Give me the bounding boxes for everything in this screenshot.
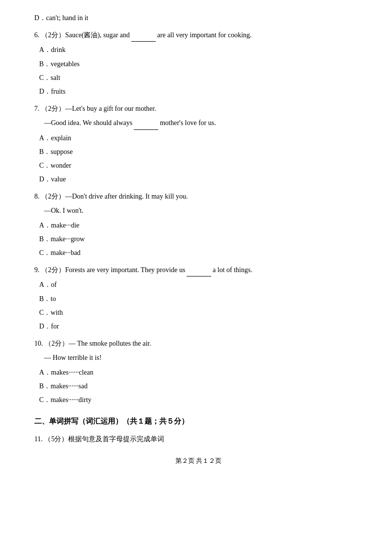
q7-line2-prefix: —Good idea. We should always — [44, 117, 132, 129]
question-7-line2: —Good idea. We should always mother's lo… — [34, 117, 363, 129]
q7-number: 7. — [34, 102, 40, 115]
question-8-line2: —Ok. I won't. — [34, 204, 363, 217]
q6-option-b-text: B．vegetables — [39, 58, 79, 70]
page-footer: 第２页 共１２页 — [34, 455, 363, 466]
q10-option-a-text: A．makes······clean — [39, 366, 93, 378]
q6-option-d: D．fruits — [34, 85, 363, 98]
q9-option-a-text: A．of — [39, 278, 57, 291]
q8-option-a: A．make···die — [34, 219, 363, 231]
q11-text: 根据句意及首字母提示完成单词 — [68, 433, 164, 445]
question-10-line2: — How terrible it is! — [34, 352, 363, 364]
q6-text2: are all very important for cooking. — [157, 29, 252, 41]
question-11: 11. （5分） 根据句意及首字母提示完成单词 — [34, 433, 363, 445]
q6-option-a-text: A．drink — [39, 44, 66, 56]
question-10-line1: 10. （2分） — The smoke pollutes the air. — [34, 337, 363, 350]
q8-option-a-text: A．make···die — [39, 219, 79, 231]
q10-line2: — How terrible it is! — [44, 352, 101, 364]
q7-blank — [134, 117, 158, 129]
q9-option-c-text: C．with — [39, 306, 63, 319]
q7-option-c-text: C．wonder — [39, 159, 71, 172]
q10-option-c-text: C．makes······dirty — [39, 394, 92, 406]
q10-option-c: C．makes······dirty — [34, 394, 363, 406]
question-8-line1: 8. （2分） —Don't drive after drinking. It … — [34, 190, 363, 202]
q9-blank — [187, 264, 211, 277]
q10-line1: — The smoke pollutes the air. — [69, 337, 151, 350]
q7-option-d: D．value — [34, 173, 363, 185]
q9-option-c: C．with — [34, 306, 363, 319]
q9-option-b: B．to — [34, 293, 363, 305]
q8-number: 8. — [34, 190, 40, 202]
q7-option-d-text: D．value — [39, 173, 66, 185]
q7-points: （2分） — [41, 102, 65, 115]
q6-number: 6. — [34, 29, 40, 41]
q11-points: （5分） — [44, 433, 68, 445]
q7-option-c: C．wonder — [34, 159, 363, 172]
q8-option-b: B．make···grow — [34, 233, 363, 245]
q11-number: 11. — [34, 433, 43, 445]
q6-option-b: B．vegetables — [34, 58, 363, 70]
q7-line2-suffix: mother's love for us. — [160, 117, 216, 129]
q7-option-a: A．explain — [34, 132, 363, 144]
q6-option-c: C．salt — [34, 72, 363, 84]
q9-option-a: A．of — [34, 278, 363, 291]
q6-option-d-text: D．fruits — [39, 85, 66, 98]
q9-option-d: D．for — [34, 320, 363, 332]
q10-option-a: A．makes······clean — [34, 366, 363, 378]
q8-line1: —Don't drive after drinking. It may kill… — [65, 190, 188, 202]
q8-line2: —Ok. I won't. — [44, 204, 83, 217]
section-2-header: 二、 单词拼写（词汇运用）（共１题；共５分） — [34, 415, 363, 428]
q6-points: （2分） — [41, 29, 65, 41]
question-9: 9. （2分） Forests are very important. They… — [34, 264, 363, 277]
q7-option-b: B．suppose — [34, 146, 363, 158]
q9-points: （2分） — [41, 264, 65, 276]
q10-points: （2分） — [45, 337, 69, 350]
footer-text: 第２页 共１２页 — [175, 457, 221, 464]
q10-number: 10. — [34, 337, 43, 350]
q7-option-a-text: A．explain — [39, 132, 71, 144]
q6-text: Sauce(酱油), sugar and — [65, 29, 130, 41]
q6-option-a: A．drink — [34, 44, 363, 56]
q7-line1: —Let's buy a gift for our mother. — [65, 102, 156, 115]
q9-text: Forests are very important. They provide… — [65, 264, 185, 276]
q8-option-c-text: C．make···bad — [39, 247, 80, 259]
q8-option-c: C．make···bad — [34, 247, 363, 259]
prev-option-d: D．can't; hand in it — [34, 12, 363, 24]
q9-option-b-text: B．to — [39, 293, 56, 305]
section-2-number: 二、 — [34, 415, 49, 428]
q6-option-c-text: C．salt — [39, 72, 60, 84]
question-6: 6. （2分） Sauce(酱油), sugar and are all ver… — [34, 29, 363, 42]
q9-number: 9. — [34, 264, 40, 276]
q8-option-b-text: B．make···grow — [39, 233, 85, 245]
q10-option-b: B．makes······sad — [34, 380, 363, 392]
q9-option-d-text: D．for — [39, 320, 59, 332]
q8-points: （2分） — [41, 190, 65, 202]
prev-option-d-text: D．can't; hand in it — [34, 12, 88, 24]
q6-blank — [131, 29, 156, 42]
q9-text2: a lot of things. — [213, 264, 252, 276]
q7-option-b-text: B．suppose — [39, 146, 73, 158]
section-2-title: 单词拼写（词汇运用）（共１题；共５分） — [49, 415, 189, 428]
q10-option-b-text: B．makes······sad — [39, 380, 88, 392]
question-7-line1: 7. （2分） —Let's buy a gift for our mother… — [34, 102, 363, 115]
